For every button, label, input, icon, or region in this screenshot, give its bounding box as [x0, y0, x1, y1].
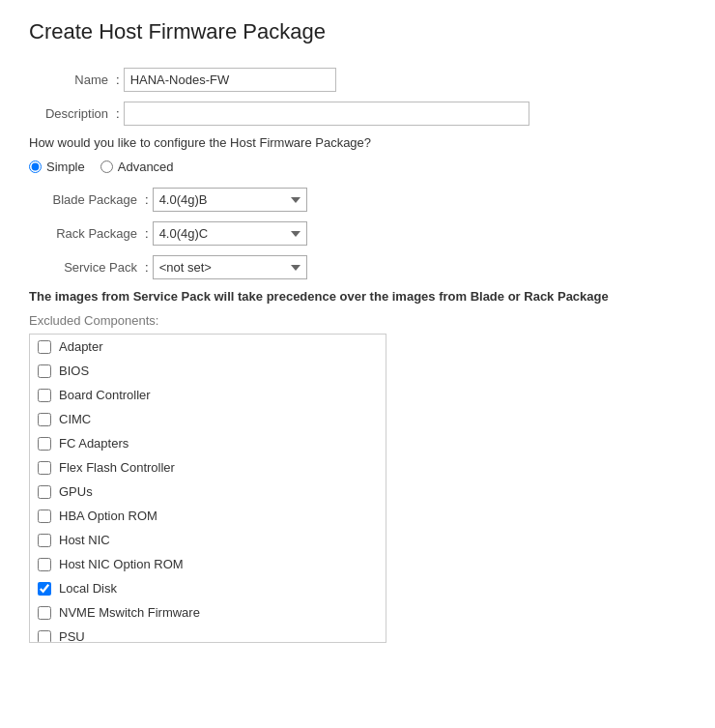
service-pack-row: Service Pack : <not set> [39, 255, 686, 279]
list-item: CIMC [30, 407, 386, 431]
checkbox-label: GPUs [59, 484, 93, 499]
list-item: Board Controller [30, 383, 386, 407]
name-label: Name [29, 73, 116, 87]
checkbox-label: Local Disk [59, 581, 117, 596]
name-input[interactable] [124, 68, 336, 92]
list-item: Local Disk [30, 576, 386, 600]
checkbox-label: Board Controller [59, 388, 151, 402]
blade-package-label: Blade Package [39, 192, 145, 207]
checkbox-label: NVME Mswitch Firmware [59, 605, 200, 620]
checkbox-fc-adapters[interactable] [38, 437, 51, 451]
description-label: Description [29, 106, 116, 121]
radio-advanced-option[interactable]: Advanced [100, 160, 174, 174]
radio-simple-option[interactable]: Simple [29, 160, 85, 174]
checkbox-host-nic[interactable] [38, 534, 51, 547]
checkbox-label: HBA Option ROM [59, 509, 157, 523]
checkbox-cimc[interactable] [38, 413, 51, 426]
page-title: Create Host Firmware Package [29, 19, 686, 44]
list-item: Adapter [30, 335, 386, 359]
list-item: FC Adapters [30, 431, 386, 455]
description-row: Description : [29, 102, 686, 126]
service-pack-label: Service Pack [39, 260, 145, 275]
rack-package-label: Rack Package [39, 226, 145, 241]
checkbox-nvme-mswitch-firmware[interactable] [38, 606, 51, 620]
checkbox-label: CIMC [59, 412, 91, 426]
checkbox-flex-flash-controller[interactable] [38, 461, 51, 475]
checkbox-host-nic-option-rom[interactable] [38, 558, 51, 571]
checkbox-gpus[interactable] [38, 485, 51, 499]
info-text: The images from Service Pack will take p… [29, 289, 686, 304]
checkbox-hba-option-rom[interactable] [38, 510, 51, 523]
list-item: BIOS [30, 359, 386, 383]
checkbox-psu[interactable] [38, 630, 51, 644]
config-question: How would you like to configure the Host… [29, 135, 686, 150]
radio-advanced-label: Advanced [118, 160, 174, 174]
list-item: PSU [30, 625, 386, 643]
checkbox-adapter[interactable] [38, 340, 51, 354]
checkbox-label: Host NIC [59, 533, 110, 547]
list-item: GPUs [30, 480, 386, 504]
radio-simple-label: Simple [46, 160, 85, 174]
checkbox-label: Host NIC Option ROM [59, 557, 184, 571]
blade-package-select[interactable]: 4.0(4g)B 4.0(4g)A 3.2(3i) [153, 188, 307, 212]
radio-simple-input[interactable] [29, 160, 42, 173]
radio-advanced-input[interactable] [100, 160, 113, 173]
list-item: Flex Flash Controller [30, 455, 386, 480]
excluded-label: Excluded Components: [29, 313, 686, 328]
checkbox-label: FC Adapters [59, 436, 129, 451]
checkbox-label: Adapter [59, 339, 103, 354]
list-item: Host NIC Option ROM [30, 552, 386, 576]
checkbox-local-disk[interactable] [38, 582, 51, 596]
rack-package-select[interactable]: 4.0(4g)C 4.0(4g)B 3.2(3i) [153, 221, 307, 246]
checkbox-label: Flex Flash Controller [59, 460, 175, 475]
rack-package-row: Rack Package : 4.0(4g)C 4.0(4g)B 3.2(3i) [39, 221, 686, 246]
service-pack-select[interactable]: <not set> [153, 255, 307, 279]
form-section: Name : Description : How would you like … [29, 68, 686, 643]
radio-row: Simple Advanced [29, 160, 686, 174]
checkbox-label: BIOS [59, 364, 89, 378]
name-row: Name : [29, 68, 686, 92]
list-item: NVME Mswitch Firmware [30, 600, 386, 625]
description-input[interactable] [124, 102, 529, 126]
checkbox-label: PSU [59, 629, 85, 643]
checkbox-bios[interactable] [38, 364, 51, 378]
list-item: Host NIC [30, 528, 386, 552]
list-item: HBA Option ROM [30, 504, 386, 528]
blade-package-row: Blade Package : 4.0(4g)B 4.0(4g)A 3.2(3i… [39, 188, 686, 212]
excluded-components-list: AdapterBIOSBoard ControllerCIMCFC Adapte… [29, 334, 386, 643]
checkbox-board-controller[interactable] [38, 389, 51, 402]
